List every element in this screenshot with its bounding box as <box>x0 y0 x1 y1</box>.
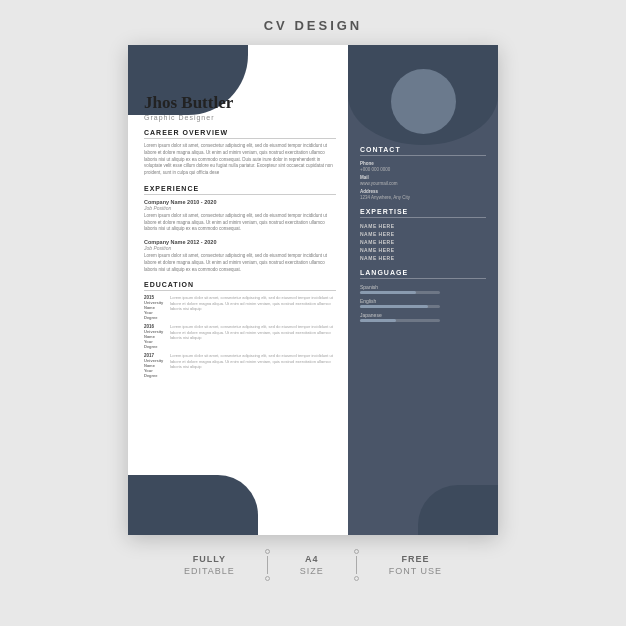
language-item-1: Spanish <box>360 284 486 294</box>
edu-entry-2: 2016 University Name Your Degree Lorem i… <box>144 324 336 349</box>
bottom-info-strip: FULLY EDITABLE A4 SIZE FREE FONT USE <box>184 549 442 581</box>
expertise-title: EXPERTISE <box>360 208 486 218</box>
fully-label: FULLY <box>193 554 226 564</box>
language-bar-2 <box>360 305 428 308</box>
language-name-1: Spanish <box>360 284 486 290</box>
divider-2 <box>354 549 359 581</box>
edu-degree-2: Your Degree <box>144 339 166 349</box>
a4-label: A4 <box>305 554 319 564</box>
career-overview-title: CAREER OVERVIEW <box>144 129 336 139</box>
mail-label: Mail <box>360 175 486 180</box>
divider-dot-bottom-1 <box>265 576 270 581</box>
bottom-a4-size: A4 SIZE <box>300 554 324 576</box>
language-bar-bg-1 <box>360 291 440 294</box>
free-label: FREE <box>401 554 429 564</box>
cv-container: Jhos Buttler Graphic Designer CAREER OVE… <box>128 45 498 535</box>
size-label: SIZE <box>300 566 324 576</box>
language-name-2: English <box>360 298 486 304</box>
edu-degree-3: Your Degree <box>144 368 166 378</box>
cv-name: Jhos Buttler <box>144 93 336 113</box>
expertise-item-2: NAME HERE <box>360 231 486 237</box>
cv-left-content: Jhos Buttler Graphic Designer CAREER OVE… <box>128 45 348 394</box>
mail-value: www.yourmail.com <box>360 181 486 186</box>
edu-uni-2: University Name <box>144 329 166 339</box>
editable-label: EDITABLE <box>184 566 235 576</box>
expertise-item-5: NAME HERE <box>360 255 486 261</box>
language-title: LANGUAGE <box>360 269 486 279</box>
exp-position-1: Job Position <box>144 205 336 211</box>
career-overview-text: Lorem ipsum dolor sit amet, consectetur … <box>144 143 336 177</box>
photo-placeholder <box>391 69 456 134</box>
language-item-3: Japanese <box>360 312 486 322</box>
contact-title: CONTACT <box>360 146 486 156</box>
edu-text-3: Lorem ipsum dolor sit amet, consectetur … <box>170 353 336 378</box>
cv-right-content: CONTACT Phone +000 000 0000 Mail www.you… <box>348 45 498 340</box>
exp-position-2: Job Position <box>144 245 336 251</box>
language-bar-1 <box>360 291 416 294</box>
page-title: CV DESIGN <box>264 18 363 33</box>
language-bar-bg-3 <box>360 319 440 322</box>
font-use-label: FONT USE <box>389 566 442 576</box>
bottom-free-font: FREE FONT USE <box>389 554 442 576</box>
cv-left-panel: Jhos Buttler Graphic Designer CAREER OVE… <box>128 45 348 535</box>
expertise-item-4: NAME HERE <box>360 247 486 253</box>
address-value: 1234 Anywhere, Any City <box>360 195 486 200</box>
phone-value: +000 000 0000 <box>360 167 486 172</box>
divider-line-1 <box>267 556 268 574</box>
edu-entry-3: 2017 University Name Your Degree Lorem i… <box>144 353 336 378</box>
exp-text-2: Lorem ipsum dolor sit amet, consectetur … <box>144 253 336 273</box>
right-bottom-decoration <box>418 485 498 535</box>
cv-job-title: Graphic Designer <box>144 114 336 121</box>
divider-1 <box>265 549 270 581</box>
cv-right-panel: CONTACT Phone +000 000 0000 Mail www.you… <box>348 45 498 535</box>
language-name-3: Japanese <box>360 312 486 318</box>
phone-label: Phone <box>360 161 486 166</box>
edu-degree-1: Your Degree <box>144 310 166 320</box>
divider-dot-top-1 <box>265 549 270 554</box>
divider-dot-top-2 <box>354 549 359 554</box>
language-bar-bg-2 <box>360 305 440 308</box>
edu-uni-1: University Name <box>144 300 166 310</box>
address-label: Address <box>360 189 486 194</box>
education-title: EDUCATION <box>144 281 336 291</box>
expertise-item-1: NAME HERE <box>360 223 486 229</box>
exp-text-1: Lorem ipsum dolor sit amet, consectetur … <box>144 213 336 233</box>
edu-uni-3: University Name <box>144 358 166 368</box>
divider-dot-bottom-2 <box>354 576 359 581</box>
edu-text-1: Lorem ipsum dolor sit amet, consectetur … <box>170 295 336 320</box>
expertise-item-3: NAME HERE <box>360 239 486 245</box>
language-bar-3 <box>360 319 396 322</box>
edu-text-2: Lorem ipsum dolor sit amet, consectetur … <box>170 324 336 349</box>
bottom-fully-editable: FULLY EDITABLE <box>184 554 235 576</box>
divider-line-2 <box>356 556 357 574</box>
left-bottom-decoration <box>128 475 258 535</box>
experience-entry-2: Company Name 2012 - 2020 Job Position Lo… <box>144 239 336 273</box>
experience-title: EXPERIENCE <box>144 185 336 195</box>
language-item-2: English <box>360 298 486 308</box>
experience-entry-1: Company Name 2010 - 2020 Job Position Lo… <box>144 199 336 233</box>
edu-entry-1: 2015 University Name Your Degree Lorem i… <box>144 295 336 320</box>
